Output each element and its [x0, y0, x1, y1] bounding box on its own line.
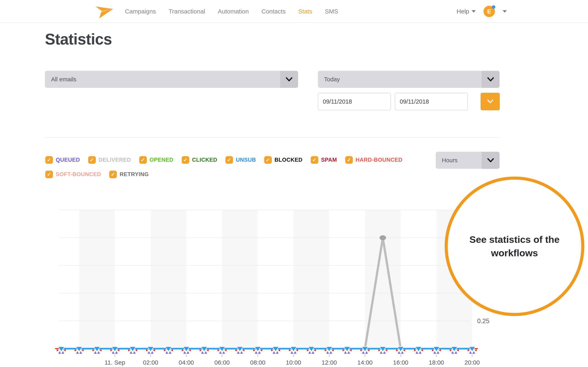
legend-item-unsub: ✓UNSUB [225, 156, 256, 164]
chevron-down-icon [487, 99, 494, 104]
date-to-input[interactable] [395, 93, 468, 110]
notification-dot-icon [492, 5, 495, 9]
svg-text:20:00: 20:00 [465, 359, 480, 366]
interval-value: Hours [436, 157, 482, 164]
nav-item-campaigns[interactable]: Campaigns [125, 8, 156, 15]
legend-item-hard-bounced: ✓HARD-BOUNCED [345, 156, 403, 164]
legend-label: SPAM [321, 157, 337, 163]
svg-text:11. Sep: 11. Sep [104, 359, 125, 366]
top-nav: CampaignsTransactionalAutomationContacts… [0, 0, 588, 23]
legend-list: ✓QUEUED✓DELIVERED✓OPENED✓CLICKED✓UNSUB✓B… [45, 156, 429, 178]
legend-checkbox-blocked[interactable]: ✓ [264, 156, 272, 164]
workflow-annotation-circle: See statistics of the workflows [445, 176, 584, 316]
nav-items: CampaignsTransactionalAutomationContacts… [125, 0, 338, 23]
chevron-down-icon[interactable] [482, 152, 500, 169]
legend-checkbox-hard-bounced[interactable]: ✓ [345, 156, 353, 164]
legend-item-blocked: ✓BLOCKED [264, 156, 303, 164]
legend-checkbox-spam[interactable]: ✓ [311, 156, 318, 164]
svg-text:10:00: 10:00 [286, 359, 301, 366]
legend-checkbox-opened[interactable]: ✓ [139, 156, 147, 164]
legend-item-retrying: ✓RETRYING [109, 171, 149, 178]
svg-text:12:00: 12:00 [321, 359, 337, 366]
statistics-page: CampaignsTransactionalAutomationContacts… [0, 0, 588, 367]
legend-item-spam: ✓SPAM [311, 156, 337, 164]
legend-checkbox-retrying[interactable]: ✓ [109, 171, 117, 178]
svg-text:14:00: 14:00 [357, 359, 373, 366]
legend-item-soft-bounced: ✓SOFT-BOUNCED [45, 171, 101, 178]
account-caret-icon[interactable] [503, 10, 507, 13]
legend-label: DELIVERED [99, 157, 131, 163]
nav-item-contacts[interactable]: Contacts [261, 8, 286, 15]
svg-text:16:00: 16:00 [393, 359, 408, 366]
nav-item-transactional[interactable]: Transactional [169, 8, 205, 15]
svg-text:02:00: 02:00 [143, 359, 158, 366]
help-menu[interactable]: Help [457, 8, 476, 15]
legend-checkbox-queued[interactable]: ✓ [45, 156, 53, 164]
legend-item-opened: ✓OPENED [139, 156, 173, 164]
legend-label: CLICKED [192, 157, 217, 163]
email-filter-select[interactable]: All emails [45, 71, 298, 88]
legend-item-queued: ✓QUEUED [45, 156, 80, 164]
nav-item-sms[interactable]: SMS [325, 8, 338, 15]
email-filter-value: All emails [45, 76, 280, 83]
interval-select[interactable]: Hours [436, 152, 500, 169]
legend-label: QUEUED [56, 157, 80, 163]
avatar[interactable]: E [484, 6, 495, 17]
legend-label: OPENED [150, 157, 173, 163]
filters-separator [45, 137, 500, 138]
legend-item-clicked: ✓CLICKED [182, 156, 217, 164]
legend-label: SOFT-BOUNCED [56, 171, 101, 178]
help-label: Help [457, 8, 469, 15]
svg-text:06:00: 06:00 [214, 359, 230, 366]
legend-checkbox-clicked[interactable]: ✓ [182, 156, 189, 164]
legend-item-delivered: ✓DELIVERED [88, 156, 131, 164]
nav-item-stats[interactable]: Stats [298, 8, 312, 15]
chevron-down-icon[interactable] [482, 71, 500, 88]
help-caret-icon [472, 10, 476, 13]
legend-checkbox-delivered[interactable]: ✓ [88, 156, 96, 164]
svg-text:18:00: 18:00 [429, 359, 444, 366]
page-title: Statistics [45, 30, 112, 48]
legend-label: BLOCKED [275, 157, 303, 163]
annotation-text-line1: See statistics of the [469, 233, 559, 246]
apply-date-button[interactable] [481, 93, 500, 110]
svg-text:0.25: 0.25 [477, 317, 489, 325]
period-value: Today [318, 76, 482, 83]
legend-label: HARD-BOUNCED [356, 157, 403, 163]
brand-logo-icon[interactable] [94, 4, 114, 19]
svg-text:08:00: 08:00 [250, 359, 265, 366]
legend-label: RETRYING [120, 171, 149, 178]
svg-text:04:00: 04:00 [179, 359, 194, 366]
legend-checkbox-unsub[interactable]: ✓ [225, 156, 233, 164]
legend-label: UNSUB [236, 157, 256, 163]
annotation-text-line2: workflows [491, 246, 538, 260]
chevron-down-icon[interactable] [280, 71, 298, 88]
period-select[interactable]: Today [318, 71, 500, 88]
header-right: Help E [457, 0, 507, 23]
nav-item-automation[interactable]: Automation [218, 8, 249, 15]
legend-checkbox-soft-bounced[interactable]: ✓ [45, 171, 53, 178]
date-from-input[interactable] [318, 93, 391, 110]
